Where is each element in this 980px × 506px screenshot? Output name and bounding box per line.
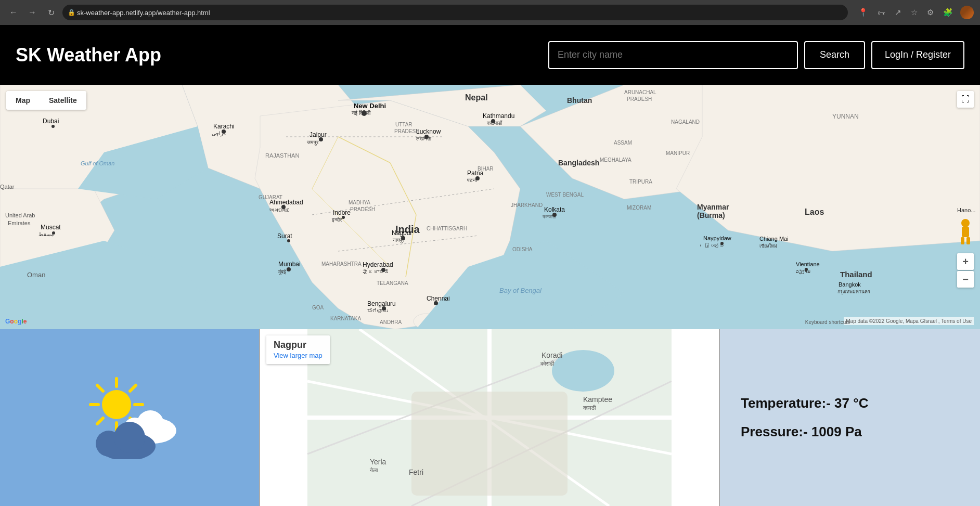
- svg-text:Kathmandu: Kathmandu: [483, 112, 514, 120]
- address-bar-wrapper: 🔒: [62, 5, 848, 20]
- svg-text:MAHARASHTRA: MAHARASHTRA: [321, 261, 362, 267]
- svg-text:Nagpur: Nagpur: [392, 229, 412, 237]
- svg-text:Bhutan: Bhutan: [567, 96, 592, 105]
- svg-text:Bangkok: Bangkok: [839, 281, 861, 288]
- keyboard-shortcuts[interactable]: Keyboard shortcuts: [805, 319, 850, 325]
- svg-text:Naypyidaw: Naypyidaw: [703, 235, 731, 241]
- bookmark-icon[interactable]: ☆: [909, 7, 920, 18]
- fullscreen-button[interactable]: ⛶: [957, 91, 974, 108]
- svg-text:UTTAR: UTTAR: [395, 122, 412, 127]
- zoom-out-button[interactable]: −: [957, 271, 974, 288]
- svg-text:Kolkata: Kolkata: [544, 206, 565, 213]
- weather-data-panel: Temperature:- 37 °C Pressure:- 1009 Pa: [720, 329, 980, 506]
- svg-text:कोराडी: कोराडी: [540, 360, 555, 367]
- map-zoom-controls: + −: [957, 253, 974, 288]
- svg-text:CHHATTISGARH: CHHATTISGARH: [427, 226, 467, 231]
- svg-text:TELANGANA: TELANGANA: [377, 280, 408, 286]
- map-copyright: Map data ©2022 Google, Mapa GIsrael , Te…: [844, 317, 974, 325]
- forward-button[interactable]: →: [25, 5, 40, 20]
- svg-text:Bangladesh: Bangladesh: [558, 159, 599, 167]
- svg-line-131: [130, 385, 136, 391]
- mini-map-info: Nagpur View larger map: [266, 335, 330, 364]
- extensions-icon[interactable]: 🧩: [941, 7, 955, 18]
- svg-text:Chennai: Chennai: [427, 295, 450, 302]
- svg-rect-121: [962, 227, 969, 237]
- reload-button[interactable]: ↻: [44, 5, 58, 20]
- svg-text:Karachi: Karachi: [213, 123, 235, 130]
- svg-line-129: [97, 385, 103, 391]
- svg-text:ASSAM: ASSAM: [614, 140, 632, 146]
- city-search-input[interactable]: [548, 41, 798, 69]
- svg-text:RAJASTHAN: RAJASTHAN: [265, 152, 299, 159]
- login-register-button[interactable]: LogIn / Register: [871, 41, 964, 69]
- svg-text:مسقط: مسقط: [38, 231, 54, 237]
- map-container: Map Satellite ⛶: [0, 85, 980, 329]
- svg-text:कामठी: कामठी: [583, 405, 596, 411]
- svg-text:(Burma): (Burma): [697, 211, 725, 219]
- svg-text:इन्दौर: इन्दौर: [331, 217, 342, 223]
- svg-text:Fetri: Fetri: [409, 468, 423, 476]
- location-icon[interactable]: 📍: [856, 7, 870, 18]
- svg-text:लखनऊ: लखनऊ: [416, 136, 432, 141]
- svg-text:जयपुर: जयपुर: [306, 139, 319, 146]
- mini-map-panel: Nagpur View larger map Koradi कोराडी Kam…: [260, 329, 720, 506]
- share-icon[interactable]: ↗: [893, 7, 904, 18]
- back-button[interactable]: ←: [6, 5, 21, 20]
- svg-text:नई दिल्ली: नई दिल्ली: [351, 110, 371, 116]
- app-title: SK Weather App: [16, 44, 161, 66]
- svg-text:Qatar: Qatar: [0, 184, 15, 190]
- map-view-button[interactable]: Map: [6, 91, 40, 110]
- pressure-display: Pressure:- 1009 Pa: [741, 424, 959, 440]
- svg-text:কলকাতা: কলকাতা: [543, 214, 556, 219]
- lock-icon: 🔒: [68, 9, 75, 16]
- svg-text:హైదరాబాద్: హైదరాబాద్: [363, 269, 390, 275]
- svg-text:Dubai: Dubai: [43, 118, 59, 125]
- svg-text:KARNATAKA: KARNATAKA: [330, 316, 361, 321]
- svg-text:Bay of Bengal: Bay of Bengal: [499, 287, 542, 294]
- svg-text:New Delhi: New Delhi: [354, 102, 386, 110]
- svg-text:काठमाडौं: काठमाडौं: [486, 120, 502, 126]
- app-header: SK Weather App Search LogIn / Register: [0, 25, 980, 85]
- svg-point-48: [287, 267, 291, 271]
- search-button[interactable]: Search: [804, 41, 865, 69]
- svg-text:NAGALAND: NAGALAND: [671, 119, 700, 125]
- svg-text:MIZORAM: MIZORAM: [627, 205, 651, 211]
- svg-rect-122: [961, 237, 964, 244]
- avatar[interactable]: [960, 6, 974, 19]
- header-right: Search LogIn / Register: [548, 41, 964, 69]
- browser-chrome: ← → ↻ 🔒 📍 🗝 ↗ ☆ ⚙ 🧩: [0, 0, 980, 25]
- svg-text:Laos: Laos: [805, 207, 824, 216]
- svg-text:Hano...: Hano...: [957, 207, 975, 213]
- svg-text:Emirates: Emirates: [8, 220, 31, 226]
- svg-text:ວຽງຈັນ: ວຽງຈັນ: [796, 268, 810, 275]
- svg-text:Patna: Patna: [467, 170, 484, 177]
- svg-text:Surat: Surat: [277, 232, 292, 240]
- svg-text:Gulf of Oman: Gulf of Oman: [81, 160, 114, 166]
- svg-point-31: [51, 125, 55, 128]
- svg-text:Indore: Indore: [333, 209, 351, 216]
- svg-text:Mumbai: Mumbai: [278, 261, 301, 268]
- svg-text:ಬೆಂಗಳೂರು: ಬೆಂಗಳೂರು: [367, 308, 388, 314]
- svg-text:Vientiane: Vientiane: [796, 261, 820, 267]
- address-bar-input[interactable]: [62, 5, 848, 20]
- svg-text:અમદાવાદ: અમદાવાદ: [269, 207, 290, 213]
- map-toggle: Map Satellite: [6, 91, 86, 110]
- zoom-in-button[interactable]: +: [957, 253, 974, 270]
- svg-text:Ahmedabad: Ahmedabad: [269, 199, 303, 206]
- svg-text:Hyderabad: Hyderabad: [363, 261, 393, 268]
- svg-text:Chiang Mai: Chiang Mai: [759, 236, 789, 242]
- svg-text:กรุงเทพมหานคร: กรุงเทพมหานคร: [837, 289, 870, 295]
- key-icon[interactable]: 🗝: [875, 7, 887, 18]
- svg-text:GOA: GOA: [312, 305, 324, 310]
- mini-map-city: Nagpur: [274, 340, 323, 351]
- satellite-view-button[interactable]: Satellite: [40, 91, 86, 110]
- view-larger-map-link[interactable]: View larger map: [274, 352, 323, 359]
- svg-text:WEST BENGAL: WEST BENGAL: [546, 192, 584, 198]
- svg-text:नागपुर: नागपुर: [392, 237, 405, 243]
- browser-icons: 📍 🗝 ↗ ☆ ⚙ 🧩: [852, 6, 974, 19]
- svg-text:Lucknow: Lucknow: [416, 128, 441, 135]
- pegman[interactable]: [958, 219, 973, 246]
- svg-text:ARUNACHAL: ARUNACHAL: [624, 89, 656, 95]
- settings-icon[interactable]: ⚙: [925, 7, 936, 18]
- svg-text:Nepal: Nepal: [465, 93, 488, 102]
